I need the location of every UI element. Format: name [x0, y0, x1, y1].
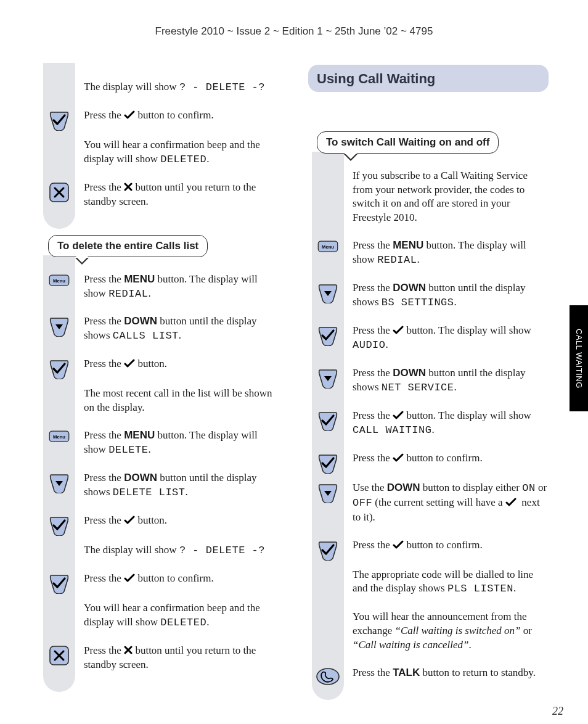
icon-cell: [43, 109, 75, 131]
menu-button-icon: Menu: [317, 240, 338, 253]
step-text: Press the button until you return to the…: [84, 644, 280, 678]
step-row: Press the button to confirm.: [39, 568, 280, 598]
step-text: Press the button.: [84, 357, 280, 377]
check-button-icon: [49, 515, 70, 536]
step-row: Press the DOWN button until the display …: [39, 467, 280, 510]
check-icon: [505, 498, 517, 506]
svg-text:Menu: Menu: [53, 434, 65, 440]
check-button-icon: [49, 358, 70, 379]
step-text: Press the DOWN button until the display …: [84, 315, 280, 350]
check-button-icon: [317, 540, 338, 561]
step-row: Press the button to confirm.: [39, 105, 280, 134]
step-text: Press the button to confirm.: [353, 538, 549, 559]
step-text: Press the MENU button. The display will …: [84, 429, 280, 464]
icon-cell: Menu: [312, 239, 344, 253]
check-icon: [124, 574, 135, 582]
check-button-icon: [49, 110, 70, 131]
step-text: You will hear a confirmation beep and th…: [84, 138, 280, 173]
step-row: Press the DOWN button until the display …: [308, 278, 549, 320]
step-row: Press the button.: [39, 353, 280, 383]
step-row: Press the button until you return to the…: [39, 640, 280, 682]
step-row: The most recent call in the list will be…: [39, 383, 280, 425]
icon-cell: [312, 324, 344, 346]
menu-button-icon: Menu: [49, 274, 70, 287]
check-icon: [393, 326, 404, 334]
step-row: MenuPress the MENU button. The display w…: [39, 269, 280, 311]
icon-cell: [43, 181, 75, 203]
talk-button-icon: [316, 667, 340, 686]
step-text: Press the button.: [84, 514, 280, 534]
step-text: Press the button to confirm.: [84, 109, 280, 129]
step-row: MenuPress the MENU button. The display w…: [308, 235, 549, 278]
step-text: Use the DOWN button to display either ON…: [353, 481, 549, 531]
check-icon: [124, 516, 135, 524]
step-text: The most recent call in the list will be…: [84, 387, 280, 421]
step-text: The display will show ? - DELETE -?: [84, 80, 280, 101]
icon-cell: [312, 409, 344, 431]
icon-cell: [43, 471, 75, 493]
step-text: Press the MENU button. The display will …: [84, 273, 280, 308]
side-tab: CALL WAITING: [570, 305, 588, 411]
left-steps: MenuPress the MENU button. The display w…: [39, 255, 280, 692]
step-text: Press the DOWN button until the display …: [353, 281, 549, 316]
cross-icon: [124, 646, 133, 654]
menu-button-icon: Menu: [49, 430, 70, 443]
icon-cell: [43, 601, 75, 603]
step-row: Press the TALK button to return to stand…: [308, 662, 549, 690]
check-button-icon: [49, 573, 70, 594]
page: Freestyle 2010 ~ Issue 2 ~ Edition 1 ~ 2…: [0, 0, 588, 724]
step-row: MenuPress the MENU button. The display w…: [39, 425, 280, 467]
step-row: Press the button.: [39, 510, 280, 540]
right-subheader: To switch Call Waiting on and off: [317, 131, 499, 154]
step-row: The display will show ? - DELETE -?: [39, 540, 280, 568]
step-text: The display will show ? - DELETE -?: [84, 543, 280, 564]
icon-cell: [43, 357, 75, 379]
step-row: The display will show ? - DELETE -?: [39, 76, 280, 105]
subheader-wrap: To switch Call Waiting on and off: [317, 131, 549, 154]
subheader-wrap: To delete the entire Calls list: [48, 235, 280, 257]
step-text: Press the TALK button to return to stand…: [353, 666, 549, 686]
icon-cell: [312, 568, 344, 569]
section-heading: Using Call Waiting: [308, 65, 549, 92]
right-steps: If you subscribe to a Call Waiting Servi…: [308, 152, 549, 701]
left-column: The display will show ? - DELETE -?Press…: [39, 65, 280, 700]
check-icon: [124, 359, 135, 368]
step-text: If you subscribe to a Call Waiting Servi…: [353, 169, 549, 232]
down-button-icon: [317, 482, 338, 503]
left-subheader: To delete the entire Calls list: [48, 235, 208, 257]
icon-cell: [312, 366, 344, 389]
step-text: Press the button. The display will show …: [353, 324, 549, 359]
icon-cell: Menu: [43, 429, 75, 443]
page-number: 22: [552, 704, 563, 718]
step-text: Press the DOWN button until the display …: [84, 471, 280, 506]
icon-cell: [312, 666, 344, 686]
step-row: Press the DOWN button until the display …: [39, 311, 280, 353]
icon-cell: [312, 481, 344, 503]
step-row: Press the button. The display will show …: [308, 320, 549, 363]
down-button-icon: [49, 316, 70, 337]
icon-cell: [43, 387, 75, 388]
step-row: If you subscribe to a Call Waiting Servi…: [308, 165, 549, 236]
icon-cell: [43, 543, 75, 545]
step-text: Press the button to confirm.: [84, 572, 280, 592]
columns: The display will show ? - DELETE -?Press…: [39, 65, 549, 700]
icon-cell: [43, 644, 75, 666]
cross-button-icon: [49, 182, 70, 203]
check-button-icon: [317, 325, 338, 346]
left-intro-steps: The display will show ? - DELETE -?Press…: [39, 63, 280, 229]
step-text: You will hear the announcement from the …: [353, 610, 549, 659]
step-row: Press the DOWN button until the display …: [308, 363, 549, 405]
cross-button-icon: [49, 645, 70, 666]
down-button-icon: [317, 282, 338, 303]
icon-cell: [43, 572, 75, 594]
step-text: Press the button. The display will show …: [353, 409, 549, 444]
icon-cell: [312, 281, 344, 303]
icon-cell: Menu: [43, 273, 75, 287]
icon-cell: [43, 138, 75, 139]
svg-text:Menu: Menu: [53, 278, 65, 283]
step-text: Press the DOWN button until the display …: [353, 366, 549, 401]
check-icon: [124, 110, 135, 119]
icon-cell: [43, 315, 75, 337]
icon-cell: [312, 610, 344, 611]
step-row: Press the button. The display will show …: [308, 405, 549, 448]
